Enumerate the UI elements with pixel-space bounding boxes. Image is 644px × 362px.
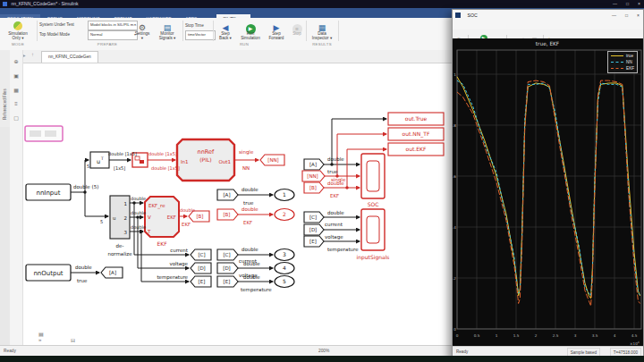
desktop: nn_KFNN_CCodeGen* - Simulink —□× SIMULAT… [0,0,644,362]
signal-label: 5 [100,219,103,224]
signal-label: inputSignals [357,254,390,261]
signal-label: double [327,181,344,186]
x-tick-label: 4.5 [631,333,638,338]
step-back-button-label1: Back ▾ [215,36,236,40]
scope-plot: 00.511.522.533.544.500.20.40.60.81×104tr… [453,38,643,349]
signal-label: double [327,156,344,162]
signal-label: true [77,278,88,283]
signal-label: EKF [157,240,167,247]
signal-label: double [75,265,92,270]
wire-junction [330,163,333,165]
signal-wire[interactable] [85,192,108,216]
plot-title: true, EKF [536,41,559,46]
nnref-pil-block-inport-label: In1 [181,159,189,164]
outport-1-label: 1 [283,191,286,198]
close-button[interactable]: × [637,10,640,18]
close-button[interactable]: × [638,0,640,8]
group-label-run: RUN [240,42,249,46]
goto-tag-d-label: [D] [198,265,206,271]
goto-tag-nn-label: [NN] [267,157,279,163]
collapse-bar-icon[interactable]: ⊟ [71,337,75,343]
from-tag-d-label: [D] [309,227,318,232]
inputsignals-scope-block-screen [367,216,379,243]
goto-tag-b-label: [B] [196,214,203,219]
from-tag-e-label: [E] [224,279,231,284]
rate-transition-glyph [140,160,144,164]
from-tag-b-label: [B] [223,212,230,217]
fit-view-icon[interactable]: ▣ [10,72,22,79]
signal-label: temperature [241,287,272,293]
up-icon[interactable]: ↑ [31,52,34,57]
group-label-results: RESULTS [312,42,332,46]
goto-tag-c-label: [C] [198,252,205,257]
stop-time-input[interactable]: timeVector [185,30,216,40]
nninput-block-label: nnInput [37,189,61,197]
signal-label: double (5) [73,184,98,189]
group-label-mode: MODE [12,42,24,46]
canvas-tool-strip: ⊕▣▦≡▢ [10,50,23,345]
signal-label: EKF [330,193,339,198]
list-icon[interactable]: ≡ [10,101,22,106]
out-nn-tf-block-label: out.NN_TF [402,130,430,138]
y-tick-label: 0 [453,327,456,332]
x-tick-label: 1.5 [513,333,520,338]
annotation-icon[interactable]: ▢ [10,114,22,121]
x-tick-label: 1 [496,333,498,338]
from-tag-c-label: [C] [223,252,230,257]
minimize-button[interactable]: — [613,0,617,8]
scope-status-ready: Ready [456,349,468,354]
nnoutput-block-label: nnOutput [33,270,63,277]
scope-plot-area[interactable]: 00.511.522.533.544.500.20.40.60.81×104tr… [453,38,643,349]
model-document-tab[interactable]: nn_KFNN_CCodeGen [41,51,98,63]
step-forward-icon-wrap: ▶ [265,20,288,31]
grid-icon[interactable]: ▦ [10,87,22,93]
signal-label: temperature [157,274,188,281]
minimize-button[interactable]: — [612,10,616,18]
signal-label: double [242,206,258,212]
outport-3-label: 3 [283,251,286,257]
signal-label: double [131,210,146,215]
goto-tag-a-label: [A] [109,270,116,275]
signal-label: 5 [87,164,89,169]
x-tick-label: 3.5 [592,333,598,338]
export-image-icon[interactable]: ▤ [38,331,44,337]
zoom-level: 200% [318,349,329,353]
scope-titlebar[interactable]: SOC —□× [453,10,643,21]
step-back-icon-wrap: ◀ [215,20,236,31]
expand-strip-icon[interactable]: » [38,337,41,342]
monitor-signals-button-label1: Signals ▾ [154,36,181,40]
y-tick-label: 0.8 [453,123,456,128]
denormalize-demux-block-out2: 2 [124,215,128,221]
commented-block-ghost [30,130,41,137]
signal-label: SOC [368,201,379,207]
signal-label: voltage [325,234,343,240]
run-icon-wrap: ▶ [236,20,265,31]
nnref-pil-block-subtitle: (PIL) [199,156,211,163]
step-forward-button-label1: Forward [265,36,288,40]
zoom-icon[interactable]: ⊕ [10,58,22,64]
settings-button-label1: ▾ [131,36,154,40]
window-title: nn_KFNN_CCodeGen* - Simulink [11,0,78,8]
run-button-label1: Simulation [236,36,265,40]
signal-label: double [131,224,146,230]
maximize-button[interactable]: □ [626,0,629,8]
transpose-block-label: u [97,158,100,165]
maximize-button[interactable]: □ [625,10,628,18]
scope-legend[interactable]: trueNNEKF [607,51,638,73]
legend-entry-true: true [611,53,634,59]
simulink-app-icon [3,2,7,6]
nnref-pil-block-outport-label: Out1 [219,159,231,164]
transpose-block-sup: T [100,156,104,161]
x-tick-label: 3 [574,333,577,338]
wire-junction [132,201,135,204]
y-tick-label: 0.6 [453,174,456,179]
legend-label-NN: NN [626,60,632,64]
signal-label: double [1x5] [148,151,177,156]
ekf-pil-block-out-port: EKF [167,215,176,220]
ekf-pil-block-t-port: T [147,229,151,234]
simulation-only-button-label1: Only ▾ [2,36,34,40]
denormalize-demux-block-out1: 1 [124,201,128,206]
soc-scope-block-screen [367,161,379,191]
trace-NN [457,80,640,296]
signal-label: single [239,149,254,156]
